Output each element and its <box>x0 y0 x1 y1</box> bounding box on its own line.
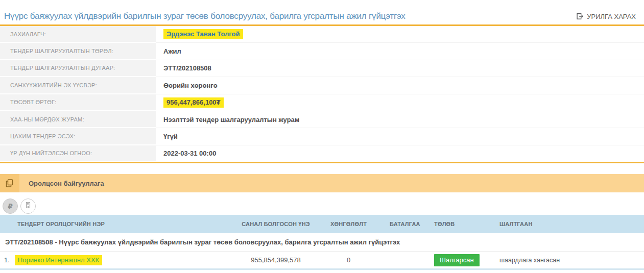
detail-value: Нээлттэй тендер шалгаруулалтын журам <box>156 111 644 128</box>
table-row: ТЕНДЕР ШАЛГАРУУЛАЛТЫН ТӨРӨЛ: Ажил <box>0 43 644 60</box>
participant-name-cell: 1. Норинко Интернэшнл ХХК <box>0 255 235 265</box>
status-cell: Шалгарсан <box>428 254 495 266</box>
budget-value-highlight: 956,447,866,100₮ <box>163 97 224 108</box>
participants-table: ТЕНДЕРТ ОРОЛЦОГЧИЙН НЭР САНАЛ БОЛГОСОН Ү… <box>0 215 644 270</box>
detail-value: Үгүй <box>156 128 644 145</box>
detail-label: ТЕНДЕР ШАЛГАРУУЛАЛТЫН ДУГААР: <box>0 60 156 77</box>
page-title: Нүүрс баяжуулах үйлдвэрийн барилгын зура… <box>4 11 406 21</box>
building-icon <box>25 202 32 211</box>
ruble-icon: ₽ <box>8 202 13 210</box>
detail-label: ТӨСӨВТ ӨРТӨГ: <box>0 94 156 111</box>
participants-section-header: Оролцсон байгууллага <box>0 174 644 192</box>
organization-list-button[interactable] <box>20 198 36 214</box>
row-index: 1. <box>4 256 10 264</box>
reason-cell: шаардлага хангасан <box>495 257 644 264</box>
detail-label: ЗАХИАЛАГЧ: <box>0 26 156 43</box>
participant-link[interactable]: Норинко Интернэшнл ХХК <box>15 255 102 265</box>
detail-label: ХАА-НЫ МӨРДӨХ ЖУРАМ: <box>0 111 156 128</box>
detail-value: Эрдэнэс Таван Толгой <box>156 26 644 43</box>
client-link[interactable]: Эрдэнэс Таван Толгой <box>163 29 243 39</box>
orange-divider-bottom <box>0 162 644 163</box>
participants-toolbar: ₽ <box>3 198 644 214</box>
detail-value: Өөрийн хөрөнгө <box>156 77 644 94</box>
table-row: ҮР ДҮН НИЙТЭЛСЭН ОГНОО: 2022-03-31 00:00 <box>0 145 644 162</box>
detail-value: Ажил <box>156 43 644 60</box>
view-invitation-link[interactable]: УРИЛГА ХАРАХ <box>576 13 636 20</box>
column-header: ХӨНГӨЛӨЛТ <box>317 221 380 227</box>
detail-label: ТЕНДЕР ШАЛГАРУУЛАЛТЫН ТӨРӨЛ: <box>0 43 156 60</box>
detail-value: ЭТТ/202108508 <box>156 60 644 77</box>
table-row: ТӨСӨВТ ӨРТӨГ: 956,447,866,100₮ <box>0 94 644 111</box>
tender-details-table: ЗАХИАЛАГЧ: Эрдэнэс Таван Толгой ТЕНДЕР Ш… <box>0 26 644 162</box>
detail-label: САНХҮҮЖИЛТИЙН ЭХ ҮҮСВЭР: <box>0 77 156 94</box>
detail-label: ЦАХИМ ТЕНДЕР ЭСЭХ: <box>0 128 156 145</box>
table-row: ТЕНДЕР ШАЛГАРУУЛАЛТЫН ДУГААР: ЭТТ/202108… <box>0 60 644 77</box>
lot-group-row: ЭТТ/202108508 - Нүүрс баяжуулах үйлдвэри… <box>0 233 644 252</box>
detail-value: 956,447,866,100₮ <box>156 94 644 111</box>
table-row: ЗАХИАЛАГЧ: Эрдэнэс Таван Толгой <box>0 26 644 43</box>
exit-icon <box>576 13 584 20</box>
table-row: ХАА-НЫ МӨРДӨХ ЖУРАМ: Нээлттэй тендер шал… <box>0 111 644 128</box>
column-header: БАТАЛГАА <box>380 221 428 227</box>
participants-table-header: ТЕНДЕРТ ОРОЛЦОГЧИЙН НЭР САНАЛ БОЛГОСОН Ү… <box>0 215 644 233</box>
discount-cell: 0 <box>317 256 380 264</box>
status-badge: Шалгарсан <box>434 254 480 266</box>
offered-price-cell: 955,854,399,578 <box>235 256 317 264</box>
table-row: САНХҮҮЖИЛТИЙН ЭХ ҮҮСВЭР: Өөрийн хөрөнгө <box>0 77 644 94</box>
tender-detail-page: Нүүрс баяжуулах үйлдвэрийн барилгын зура… <box>0 0 644 273</box>
table-row: ЦАХИМ ТЕНДЕР ЭСЭХ: Үгүй <box>0 128 644 145</box>
column-header: САНАЛ БОЛГОСОН ҮНЭ <box>235 221 317 227</box>
table-row: 1. Норинко Интернэшнл ХХК 955,854,399,57… <box>0 252 644 270</box>
column-header: ТЕНДЕРТ ОРОЛЦОГЧИЙН НЭР <box>0 221 235 227</box>
participants-section-title: Оролцсон байгууллага <box>19 180 104 187</box>
detail-value: 2022-03-31 00:00 <box>156 145 644 162</box>
detail-label: ҮР ДҮН НИЙТЭЛСЭН ОГНОО: <box>0 145 156 162</box>
price-toggle-button[interactable]: ₽ <box>3 198 18 214</box>
page-header: Нүүрс баяжуулах үйлдвэрийн барилгын зура… <box>0 0 644 24</box>
column-header: ШАЛТГААН <box>495 221 644 227</box>
copy-pages-icon <box>0 174 19 192</box>
view-invitation-label: УРИЛГА ХАРАХ <box>587 13 636 20</box>
column-header: ТӨЛӨВ <box>428 221 495 227</box>
